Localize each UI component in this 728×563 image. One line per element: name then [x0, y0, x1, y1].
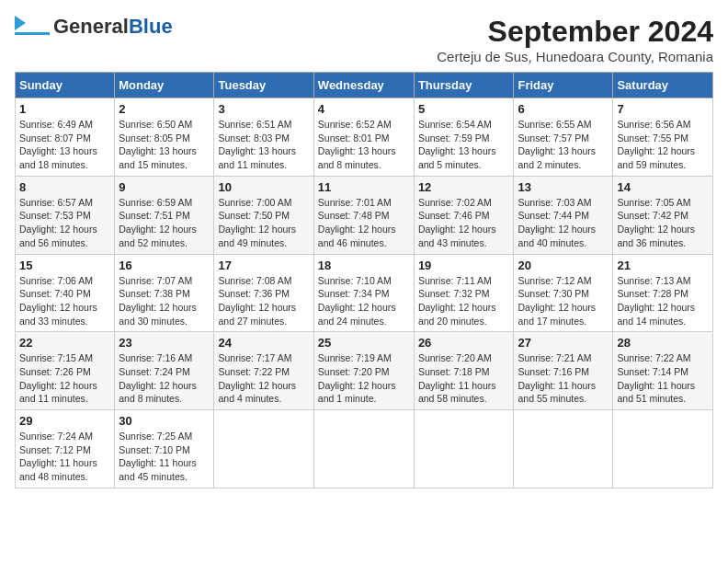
day-info: Sunrise: 7:15 AM Sunset: 7:26 PM Dayligh… — [19, 351, 110, 406]
day-number: 6 — [518, 102, 609, 116]
day-cell: 9Sunrise: 6:59 AM Sunset: 7:51 PM Daylig… — [115, 176, 214, 254]
day-info: Sunrise: 7:21 AM Sunset: 7:16 PM Dayligh… — [518, 351, 609, 406]
day-number: 14 — [617, 180, 709, 194]
logo-icon — [15, 19, 50, 35]
day-cell: 30Sunrise: 7:25 AM Sunset: 7:10 PM Dayli… — [115, 410, 214, 488]
day-number: 1 — [19, 102, 110, 116]
day-cell: 5Sunrise: 6:54 AM Sunset: 7:59 PM Daylig… — [414, 98, 514, 177]
day-info: Sunrise: 7:06 AM Sunset: 7:40 PM Dayligh… — [19, 274, 110, 328]
day-info: Sunrise: 7:10 AM Sunset: 7:34 PM Dayligh… — [318, 274, 410, 328]
logo: GeneralBlue — [15, 15, 173, 39]
header-tuesday: Tuesday — [214, 73, 313, 98]
day-number: 2 — [119, 102, 210, 116]
day-info: Sunrise: 7:17 AM Sunset: 7:22 PM Dayligh… — [218, 351, 309, 406]
day-cell: 27Sunrise: 7:21 AM Sunset: 7:16 PM Dayli… — [514, 332, 613, 410]
day-cell — [214, 410, 313, 488]
day-cell: 16Sunrise: 7:07 AM Sunset: 7:38 PM Dayli… — [115, 254, 214, 332]
calendar-subtitle: Certeju de Sus, Hunedoara County, Romani… — [437, 49, 713, 64]
day-cell: 26Sunrise: 7:20 AM Sunset: 7:18 PM Dayli… — [414, 332, 514, 410]
day-info: Sunrise: 7:19 AM Sunset: 7:20 PM Dayligh… — [318, 351, 410, 406]
day-info: Sunrise: 7:13 AM Sunset: 7:28 PM Dayligh… — [617, 274, 709, 328]
page-header: GeneralBlue September 2024 Certeju de Su… — [15, 15, 713, 64]
week-row-1: 8Sunrise: 6:57 AM Sunset: 7:53 PM Daylig… — [16, 176, 713, 254]
header-saturday: Saturday — [613, 73, 713, 98]
day-number: 10 — [218, 180, 309, 194]
day-cell: 11Sunrise: 7:01 AM Sunset: 7:48 PM Dayli… — [313, 176, 414, 254]
day-info: Sunrise: 6:57 AM Sunset: 7:53 PM Dayligh… — [19, 196, 110, 250]
day-info: Sunrise: 7:07 AM Sunset: 7:38 PM Dayligh… — [119, 274, 210, 328]
day-number: 3 — [218, 102, 309, 116]
day-cell: 28Sunrise: 7:22 AM Sunset: 7:14 PM Dayli… — [613, 332, 713, 410]
day-info: Sunrise: 6:51 AM Sunset: 8:03 PM Dayligh… — [218, 118, 309, 172]
header-sunday: Sunday — [16, 73, 115, 98]
calendar-header: SundayMondayTuesdayWednesdayThursdayFrid… — [16, 73, 713, 98]
day-number: 19 — [418, 259, 510, 272]
day-info: Sunrise: 7:05 AM Sunset: 7:42 PM Dayligh… — [617, 196, 709, 250]
day-info: Sunrise: 6:59 AM Sunset: 7:51 PM Dayligh… — [119, 196, 210, 250]
calendar-title: September 2024 — [437, 15, 713, 49]
day-cell: 12Sunrise: 7:02 AM Sunset: 7:46 PM Dayli… — [414, 176, 514, 254]
calendar-body: 1Sunrise: 6:49 AM Sunset: 8:07 PM Daylig… — [16, 98, 713, 488]
week-row-2: 15Sunrise: 7:06 AM Sunset: 7:40 PM Dayli… — [16, 254, 713, 332]
day-cell: 7Sunrise: 6:56 AM Sunset: 7:55 PM Daylig… — [613, 98, 713, 177]
day-number: 20 — [518, 259, 609, 272]
day-info: Sunrise: 6:52 AM Sunset: 8:01 PM Dayligh… — [318, 118, 410, 172]
day-info: Sunrise: 7:00 AM Sunset: 7:50 PM Dayligh… — [218, 196, 309, 250]
day-cell: 20Sunrise: 7:12 AM Sunset: 7:30 PM Dayli… — [514, 254, 613, 332]
day-number: 16 — [119, 259, 210, 272]
day-cell — [613, 410, 713, 488]
header-row: SundayMondayTuesdayWednesdayThursdayFrid… — [16, 73, 713, 98]
logo-text: GeneralBlue — [53, 15, 173, 39]
day-cell: 18Sunrise: 7:10 AM Sunset: 7:34 PM Dayli… — [313, 254, 414, 332]
day-cell: 14Sunrise: 7:05 AM Sunset: 7:42 PM Dayli… — [613, 176, 713, 254]
logo-general: General — [53, 15, 129, 38]
day-number: 5 — [418, 102, 510, 116]
day-number: 13 — [518, 180, 609, 194]
day-number: 15 — [19, 259, 110, 272]
day-number: 11 — [318, 180, 410, 194]
day-cell: 10Sunrise: 7:00 AM Sunset: 7:50 PM Dayli… — [214, 176, 313, 254]
week-row-3: 22Sunrise: 7:15 AM Sunset: 7:26 PM Dayli… — [16, 332, 713, 410]
day-cell — [514, 410, 613, 488]
day-info: Sunrise: 7:22 AM Sunset: 7:14 PM Dayligh… — [617, 351, 709, 406]
header-friday: Friday — [514, 73, 613, 98]
day-number: 30 — [119, 414, 210, 428]
day-cell: 29Sunrise: 7:24 AM Sunset: 7:12 PM Dayli… — [16, 410, 115, 488]
day-cell: 23Sunrise: 7:16 AM Sunset: 7:24 PM Dayli… — [115, 332, 214, 410]
day-info: Sunrise: 6:49 AM Sunset: 8:07 PM Dayligh… — [19, 118, 110, 172]
day-info: Sunrise: 7:20 AM Sunset: 7:18 PM Dayligh… — [418, 351, 510, 406]
day-number: 23 — [119, 336, 210, 350]
day-number: 21 — [617, 259, 709, 272]
day-cell: 24Sunrise: 7:17 AM Sunset: 7:22 PM Dayli… — [214, 332, 313, 410]
week-row-0: 1Sunrise: 6:49 AM Sunset: 8:07 PM Daylig… — [16, 98, 713, 177]
day-number: 22 — [19, 336, 110, 350]
day-cell: 25Sunrise: 7:19 AM Sunset: 7:20 PM Dayli… — [313, 332, 414, 410]
day-info: Sunrise: 7:03 AM Sunset: 7:44 PM Dayligh… — [518, 196, 609, 250]
day-cell — [313, 410, 414, 488]
day-number: 25 — [318, 336, 410, 350]
day-cell: 19Sunrise: 7:11 AM Sunset: 7:32 PM Dayli… — [414, 254, 514, 332]
calendar-table: SundayMondayTuesdayWednesdayThursdayFrid… — [15, 72, 713, 488]
day-cell: 6Sunrise: 6:55 AM Sunset: 7:57 PM Daylig… — [514, 98, 613, 177]
logo-blue: Blue — [129, 15, 173, 38]
header-thursday: Thursday — [414, 73, 514, 98]
week-row-4: 29Sunrise: 7:24 AM Sunset: 7:12 PM Dayli… — [16, 410, 713, 488]
day-cell: 3Sunrise: 6:51 AM Sunset: 8:03 PM Daylig… — [214, 98, 313, 177]
header-wednesday: Wednesday — [313, 73, 414, 98]
day-number: 8 — [19, 180, 110, 194]
day-info: Sunrise: 7:16 AM Sunset: 7:24 PM Dayligh… — [119, 351, 210, 406]
day-cell: 4Sunrise: 6:52 AM Sunset: 8:01 PM Daylig… — [313, 98, 414, 177]
day-info: Sunrise: 6:50 AM Sunset: 8:05 PM Dayligh… — [119, 118, 210, 172]
day-cell: 22Sunrise: 7:15 AM Sunset: 7:26 PM Dayli… — [16, 332, 115, 410]
day-info: Sunrise: 7:08 AM Sunset: 7:36 PM Dayligh… — [218, 274, 309, 328]
day-cell: 17Sunrise: 7:08 AM Sunset: 7:36 PM Dayli… — [214, 254, 313, 332]
day-number: 29 — [19, 414, 110, 428]
day-number: 27 — [518, 336, 609, 350]
day-info: Sunrise: 6:55 AM Sunset: 7:57 PM Dayligh… — [518, 118, 609, 172]
logo-arrow — [15, 16, 26, 30]
day-number: 24 — [218, 336, 309, 350]
day-info: Sunrise: 7:02 AM Sunset: 7:46 PM Dayligh… — [418, 196, 510, 250]
day-cell: 2Sunrise: 6:50 AM Sunset: 8:05 PM Daylig… — [115, 98, 214, 177]
day-info: Sunrise: 7:25 AM Sunset: 7:10 PM Dayligh… — [119, 430, 210, 484]
day-number: 18 — [318, 259, 410, 272]
